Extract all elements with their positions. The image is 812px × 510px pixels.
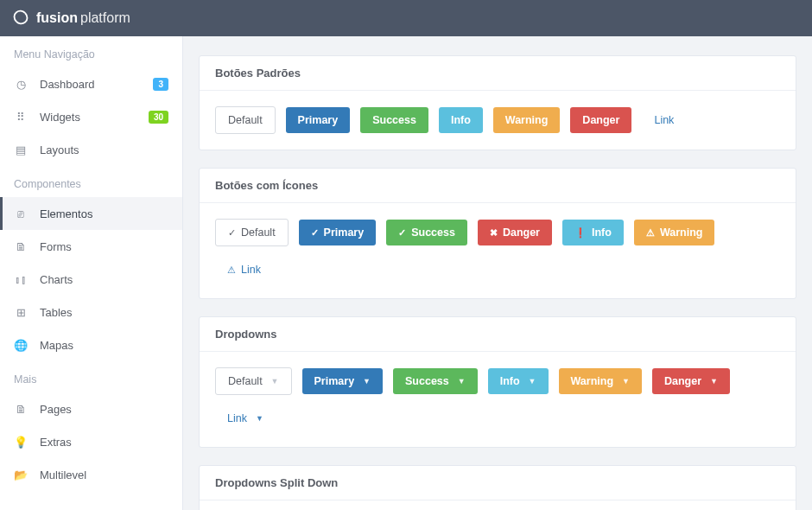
- nav-label: Elementos: [40, 207, 168, 220]
- nav-icon: 📂: [14, 468, 28, 481]
- sidebar-item-charts[interactable]: ⫾⫿Charts: [0, 263, 182, 296]
- button-label: Danger: [503, 226, 540, 239]
- button-icon: ❗: [574, 227, 587, 239]
- panel-title: Botões com Ícones: [200, 169, 796, 203]
- dropdown-label: Warning: [571, 375, 614, 387]
- caret-down-icon: ▼: [363, 377, 371, 386]
- button-label: Warning: [660, 226, 703, 239]
- button-icon: ⚠: [227, 265, 236, 276]
- nav-label: Widgets: [40, 111, 149, 124]
- icon-button-default[interactable]: ✓Default: [215, 219, 289, 246]
- dropdown-label: Default: [228, 375, 263, 387]
- dropdown-danger[interactable]: Danger▼: [652, 368, 730, 394]
- sidebar-item-pages[interactable]: 🗎Pages: [0, 392, 182, 425]
- panel-dropdowns-split: Dropdowns Split Down Action▼Action▼Actio…: [199, 465, 796, 510]
- dropdown-label: Info: [500, 375, 520, 387]
- nav-label: Layouts: [40, 143, 168, 156]
- icon-button-primary[interactable]: ✓Primary: [299, 220, 377, 245]
- brand-icon: [12, 9, 29, 29]
- nav-label: Mapas: [40, 339, 168, 352]
- panel-buttons-standard: Botões Padrões DefaultPrimarySuccessInfo…: [199, 55, 796, 150]
- button-label: Success: [411, 226, 455, 239]
- nav-icon: ⊞: [14, 305, 28, 319]
- dropdown-primary[interactable]: Primary▼: [302, 368, 383, 394]
- sidebar-item-forms[interactable]: 🗎Forms: [0, 230, 182, 263]
- icon-button-warning[interactable]: ⚠Warning: [634, 220, 715, 245]
- icon-button-success[interactable]: ✓Success: [386, 220, 467, 245]
- sidebar-section-title: Menu Navigação: [0, 36, 182, 67]
- nav-icon: 🗎: [14, 402, 28, 416]
- dropdown-label: Primary: [314, 375, 355, 387]
- sidebar-item-layouts[interactable]: ▤Layouts: [0, 133, 182, 166]
- sidebar-item-tables[interactable]: ⊞Tables: [0, 296, 182, 328]
- button-label: Info: [592, 226, 612, 239]
- panel-dropdowns: Dropdowns Default▼Primary▼Success▼Info▼W…: [199, 316, 796, 448]
- main-content: Botões Padrões DefaultPrimarySuccessInfo…: [183, 36, 812, 510]
- nav-badge: 3: [153, 78, 168, 91]
- nav-label: Extras: [40, 436, 168, 449]
- panel-title: Botões Padrões: [200, 56, 796, 91]
- button-label: Default: [241, 226, 276, 239]
- nav-icon: ⎚: [14, 207, 28, 220]
- nav-icon: ▤: [14, 143, 28, 156]
- nav-icon: ◷: [14, 77, 28, 91]
- topbar: fusionplatform: [0, 0, 812, 36]
- sidebar-item-extras[interactable]: 💡Extras: [0, 425, 182, 458]
- dropdown-label: Danger: [664, 375, 701, 387]
- dropdown-success[interactable]: Success▼: [393, 368, 478, 394]
- sidebar-item-widgets[interactable]: ⠿Widgets30: [0, 100, 182, 133]
- button-info[interactable]: Info: [439, 107, 483, 133]
- caret-down-icon: ▼: [271, 377, 279, 386]
- button-icon: ✓: [228, 227, 236, 239]
- dropdown-info[interactable]: Info▼: [488, 368, 549, 394]
- sidebar-section-title: Componentes: [0, 166, 182, 197]
- dropdown-label: Success: [405, 375, 449, 387]
- brand-text: fusionplatform: [36, 10, 130, 26]
- button-label: Link: [241, 264, 261, 276]
- nav-icon: ⫾⫿: [14, 272, 28, 286]
- button-danger[interactable]: Danger: [570, 107, 631, 133]
- dropdown-link[interactable]: Link▼: [215, 405, 276, 431]
- icon-button-danger[interactable]: ✖Danger: [478, 220, 552, 245]
- dropdown-label: Link: [227, 412, 247, 424]
- caret-down-icon: ▼: [710, 377, 718, 386]
- button-icon: ✓: [311, 227, 319, 239]
- sidebar-item-mapas[interactable]: 🌐Mapas: [0, 328, 182, 361]
- nav-label: Multilevel: [40, 469, 168, 481]
- sidebar-item-multilevel[interactable]: 📂Multilevel: [0, 458, 182, 491]
- button-link[interactable]: Link: [642, 107, 686, 133]
- button-icon: ⚠: [646, 227, 655, 239]
- caret-down-icon: ▼: [256, 414, 263, 423]
- dropdown-default[interactable]: Default▼: [215, 367, 292, 395]
- nav-label: Pages: [40, 403, 168, 416]
- panel-title: Dropdowns: [200, 317, 796, 352]
- dropdown-warning[interactable]: Warning▼: [559, 368, 642, 394]
- sidebar-item-dashboard[interactable]: ◷Dashboard3: [0, 67, 182, 100]
- icon-button-link[interactable]: ⚠Link: [215, 257, 273, 283]
- nav-label: Tables: [40, 306, 168, 319]
- button-default[interactable]: Default: [215, 106, 276, 134]
- nav-icon: ⠿: [14, 110, 28, 124]
- nav-label: Charts: [40, 273, 168, 286]
- caret-down-icon: ▼: [622, 377, 630, 386]
- sidebar-section-title: Mais: [0, 361, 182, 392]
- nav-icon: 🌐: [14, 338, 28, 352]
- sidebar: Menu Navigação◷Dashboard3⠿Widgets30▤Layo…: [0, 36, 183, 510]
- button-success[interactable]: Success: [360, 107, 428, 133]
- button-icon: ✓: [398, 227, 406, 239]
- button-label: Primary: [324, 226, 365, 239]
- caret-down-icon: ▼: [458, 377, 466, 386]
- panel-title: Dropdowns Split Down: [200, 466, 796, 500]
- button-icon: ✖: [490, 227, 498, 239]
- nav-label: Forms: [40, 240, 168, 253]
- nav-icon: 💡: [14, 435, 28, 449]
- panel-buttons-icons: Botões com Ícones ✓Default✓Primary✓Succe…: [199, 168, 796, 299]
- caret-down-icon: ▼: [529, 377, 536, 386]
- sidebar-item-elementos[interactable]: ⎚Elementos: [0, 197, 182, 230]
- icon-button-info[interactable]: ❗Info: [562, 220, 624, 245]
- nav-icon: 🗎: [14, 239, 28, 253]
- nav-label: Dashboard: [40, 78, 153, 91]
- nav-badge: 30: [149, 111, 168, 124]
- button-primary[interactable]: Primary: [286, 107, 351, 133]
- button-warning[interactable]: Warning: [493, 107, 561, 133]
